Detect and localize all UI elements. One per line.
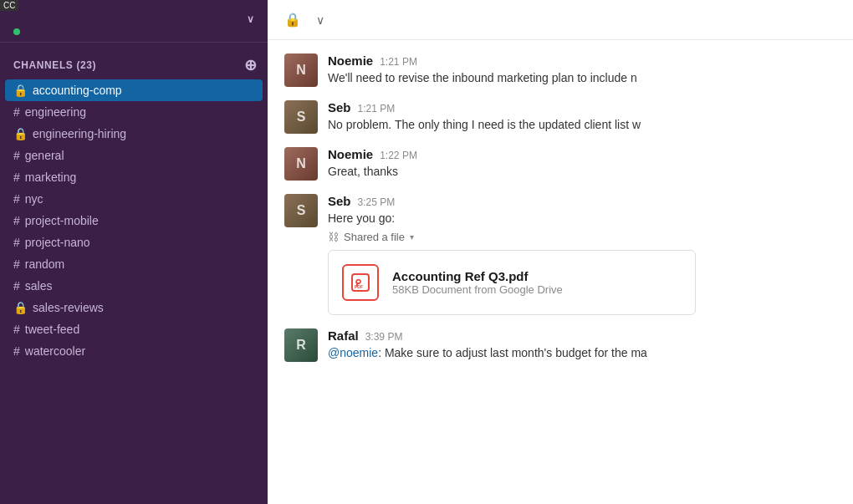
message-row: R Rafal 3:39 PM @noemie: Make sure to ad… xyxy=(284,328,836,362)
avatar: R xyxy=(284,328,318,362)
message-content: Noemie 1:21 PM We'll need to revise the … xyxy=(328,53,836,87)
sidebar-channel-nyc[interactable]: #nyc xyxy=(0,188,268,210)
channel-name-label: sales-reviews xyxy=(33,301,104,314)
svg-text:PDF: PDF xyxy=(355,284,363,289)
channel-prefix-icon: 🔒 xyxy=(13,301,28,314)
sidebar-channel-tweet-feed[interactable]: #tweet-feed xyxy=(0,318,268,340)
message-row: S Seb 3:25 PM Here you go: ⛓ Shared a fi… xyxy=(284,194,836,315)
message-header: Noemie 1:22 PM xyxy=(328,147,836,161)
messages-area: N Noemie 1:21 PM We'll need to revise th… xyxy=(268,40,853,504)
file-name-label: Accounting Ref Q3.pdf xyxy=(392,269,563,283)
file-meta-label: 58KB Document from Google Drive xyxy=(392,283,563,296)
add-channel-icon[interactable]: ⊕ xyxy=(244,56,258,74)
message-author: Rafal xyxy=(328,328,359,343)
channel-name-label: marketing xyxy=(25,171,76,184)
channels-section: CHANNELS (23) ⊕ 🔒accounting-comp#enginee… xyxy=(0,43,268,504)
main-content: 🔒 ∨ N Noemie 1:21 PM We'll need to revis… xyxy=(268,0,853,504)
sidebar-channel-accounting-comp[interactable]: 🔒accounting-comp xyxy=(5,79,263,101)
user-status xyxy=(13,28,254,35)
sidebar-channel-marketing[interactable]: #marketing xyxy=(0,166,268,188)
channels-section-header: CHANNELS (23) ⊕ xyxy=(0,56,268,79)
file-info: Accounting Ref Q3.pdf 58KB Document from… xyxy=(392,269,563,296)
message-row: N Noemie 1:22 PM Great, thanks xyxy=(284,147,836,181)
channel-name-label: project-mobile xyxy=(25,214,99,227)
channel-list: 🔒accounting-comp#engineering🔒engineering… xyxy=(0,79,268,362)
dropdown-arrow-icon: ▾ xyxy=(410,232,414,242)
message-text: No problem. The only thing I need is the… xyxy=(328,118,641,131)
channel-prefix-icon: # xyxy=(13,149,20,162)
channel-prefix-icon: # xyxy=(13,279,20,293)
pdf-icon: PDF xyxy=(342,264,379,301)
message-content: Seb 1:21 PM No problem. The only thing I… xyxy=(328,100,836,134)
message-content: Rafal 3:39 PM @noemie: Make sure to adju… xyxy=(328,328,836,362)
sidebar-header: ∨ xyxy=(0,0,268,43)
message-row: N Noemie 1:21 PM We'll need to revise th… xyxy=(284,53,836,87)
channel-prefix-icon: # xyxy=(13,171,20,184)
shared-file-indicator[interactable]: ⛓ Shared a file ▾ xyxy=(328,231,836,243)
message-body: Great, thanks xyxy=(328,163,836,181)
avatar: N xyxy=(284,53,318,87)
sidebar-channel-watercooler[interactable]: #watercooler xyxy=(0,340,268,362)
channel-name-label: watercooler xyxy=(25,344,85,358)
sidebar-channel-sales[interactable]: #sales xyxy=(0,275,268,297)
sidebar: ∨ CHANNELS (23) ⊕ 🔒accounting-comp#engin… xyxy=(0,0,268,504)
channel-name-label: engineering xyxy=(25,105,86,119)
sidebar-channel-project-mobile[interactable]: #project-mobile xyxy=(0,210,268,232)
channels-label: CHANNELS (23) xyxy=(13,59,96,71)
shared-file-label: Shared a file xyxy=(344,231,405,243)
message-author: Seb xyxy=(328,100,351,115)
sidebar-channel-random[interactable]: #random xyxy=(0,253,268,275)
message-text: Here you go: xyxy=(328,211,395,225)
channel-prefix-icon: # xyxy=(13,236,20,249)
channel-name-label: tweet-feed xyxy=(25,323,79,336)
avatar-initials: N xyxy=(284,147,318,181)
channel-header: 🔒 ∨ xyxy=(268,0,853,40)
channel-name-label: sales xyxy=(25,279,53,293)
file-card: PDF Accounting Ref Q3.pdf 58KB Document … xyxy=(328,250,696,315)
message-time: 1:21 PM xyxy=(380,56,417,68)
avatar: N xyxy=(284,147,318,181)
message-content: Seb 3:25 PM Here you go: ⛓ Shared a file… xyxy=(328,194,836,315)
channel-prefix-icon: # xyxy=(13,105,20,119)
workspace-chevron-icon: ∨ xyxy=(247,13,254,25)
channel-prefix-icon: # xyxy=(13,214,20,227)
message-text: : Make sure to adjust last month's budge… xyxy=(378,346,647,359)
workspace-name[interactable]: ∨ xyxy=(13,13,254,25)
avatar-initials: N xyxy=(284,53,318,87)
channel-prefix-icon: # xyxy=(13,344,20,358)
message-header: Seb 1:21 PM xyxy=(328,100,836,115)
sidebar-channel-engineering[interactable]: #engineering xyxy=(0,101,268,123)
sidebar-channel-engineering-hiring[interactable]: 🔒engineering-hiring xyxy=(0,123,268,145)
message-row: S Seb 1:21 PM No problem. The only thing… xyxy=(284,100,836,134)
avatar-initials: S xyxy=(284,194,318,227)
channel-name-label: accounting-comp xyxy=(33,84,122,97)
channel-name-label: random xyxy=(25,257,64,271)
message-header: Noemie 1:21 PM xyxy=(328,53,836,68)
message-header: Rafal 3:39 PM xyxy=(328,328,836,343)
message-body: @noemie: Make sure to adjust last month'… xyxy=(328,344,836,362)
channel-lock-icon: 🔒 xyxy=(284,12,301,28)
message-author: Noemie xyxy=(328,147,373,161)
channel-name-label: general xyxy=(25,149,64,162)
message-body: We'll need to revise the inbound marketi… xyxy=(328,69,836,87)
sidebar-channel-sales-reviews[interactable]: 🔒sales-reviews xyxy=(0,297,268,318)
paperclip-icon: ⛓ xyxy=(328,231,339,243)
message-body: No problem. The only thing I need is the… xyxy=(328,116,836,134)
mention-label: @noemie xyxy=(328,346,378,359)
message-time: 3:25 PM xyxy=(358,196,396,208)
message-header: Seb 3:25 PM xyxy=(328,194,836,208)
channel-name-label: project-nano xyxy=(25,236,90,249)
online-status-icon xyxy=(13,28,20,35)
sidebar-channel-project-nano[interactable]: #project-nano xyxy=(0,232,268,253)
channel-prefix-icon: 🔒 xyxy=(13,127,28,140)
avatar-initials: S xyxy=(284,100,318,134)
channel-prefix-icon: # xyxy=(13,192,20,206)
channel-chevron-icon[interactable]: ∨ xyxy=(316,13,324,27)
channel-prefix-icon: # xyxy=(13,323,20,336)
channel-name-label: engineering-hiring xyxy=(33,127,126,140)
message-text: We'll need to revise the inbound marketi… xyxy=(328,71,637,84)
message-author: Seb xyxy=(328,194,351,208)
avatar-initials: R xyxy=(284,328,318,362)
message-body: Here you go: xyxy=(328,210,836,227)
sidebar-channel-general[interactable]: #general xyxy=(0,145,268,166)
